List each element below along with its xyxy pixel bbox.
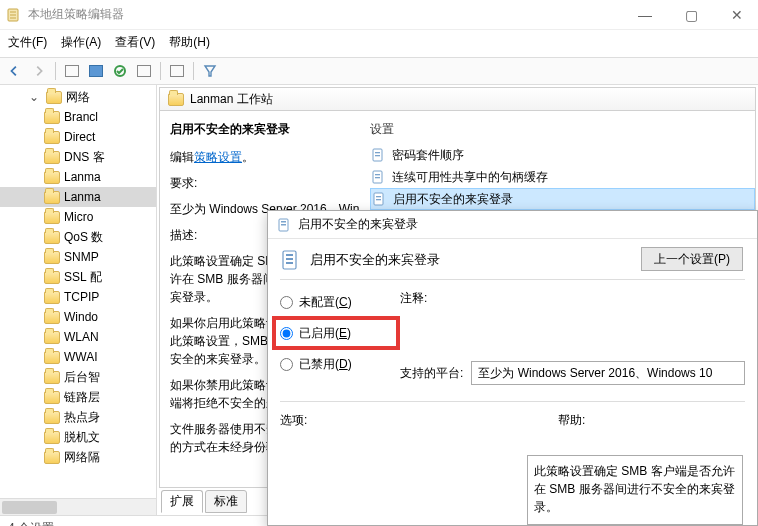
svg-rect-7 xyxy=(375,155,380,156)
help-label: 帮助: xyxy=(558,412,585,429)
svg-rect-18 xyxy=(281,221,286,223)
svg-rect-19 xyxy=(281,224,286,226)
folder-icon xyxy=(44,451,60,464)
folder-icon xyxy=(168,93,184,106)
platform-label: 支持的平台: xyxy=(400,365,463,382)
folder-icon xyxy=(44,371,60,384)
tab-standard[interactable]: 标准 xyxy=(205,490,247,513)
menubar: 文件(F) 操作(A) 查看(V) 帮助(H) xyxy=(0,30,758,57)
folder-icon xyxy=(44,411,60,424)
help-text-box: 此策略设置确定 SMB 客户端是否允许在 SMB 服务器间进行不安全的来宾登录。 xyxy=(527,455,743,525)
dialog-title-icon xyxy=(276,217,292,233)
tb-btn-5[interactable] xyxy=(166,60,188,82)
tree-item[interactable]: 链路层 xyxy=(0,387,156,407)
tree-item[interactable]: WWAI xyxy=(0,347,156,367)
folder-icon xyxy=(44,351,60,364)
svg-rect-13 xyxy=(376,199,381,200)
toolbar-divider-3 xyxy=(193,62,194,80)
detail-header-title: Lanman 工作站 xyxy=(190,91,273,108)
tree-item[interactable]: DNS 客 xyxy=(0,147,156,167)
requirement-label: 要求: xyxy=(170,174,360,192)
back-button[interactable] xyxy=(4,60,26,82)
dialog-divider-2 xyxy=(280,401,745,402)
policy-dialog: 启用不安全的来宾登录 启用不安全的来宾登录 上一个设置(P) 未配置(C) 已启… xyxy=(267,210,758,526)
filter-button[interactable] xyxy=(199,60,221,82)
svg-rect-22 xyxy=(286,258,293,260)
tab-extended[interactable]: 扩展 xyxy=(161,490,203,513)
tb-btn-2[interactable] xyxy=(85,60,107,82)
edit-policy-link[interactable]: 策略设置 xyxy=(194,150,242,164)
tree-horiz-scrollbar[interactable] xyxy=(0,498,156,515)
tree-item[interactable]: QoS 数 xyxy=(0,227,156,247)
settings-item[interactable]: 启用不安全的来宾登录 xyxy=(370,188,755,210)
tree-item[interactable]: SNMP xyxy=(0,247,156,267)
policy-file-icon xyxy=(371,191,387,207)
folder-icon xyxy=(44,111,60,124)
folder-icon xyxy=(44,431,60,444)
policy-file-icon xyxy=(370,147,386,163)
minimize-button[interactable]: — xyxy=(630,7,660,23)
tree-item[interactable]: Direct xyxy=(0,127,156,147)
policy-title: 启用不安全的来宾登录 xyxy=(170,121,360,138)
window-title: 本地组策略编辑器 xyxy=(28,6,630,23)
tree-item[interactable]: Lanma xyxy=(0,187,156,207)
tree-item[interactable]: 脱机文 xyxy=(0,427,156,447)
menu-action[interactable]: 操作(A) xyxy=(61,34,101,51)
tb-btn-4[interactable] xyxy=(133,60,155,82)
chevron-down-icon[interactable]: ⌄ xyxy=(28,90,40,104)
tb-btn-3[interactable] xyxy=(109,60,131,82)
comment-label: 注释: xyxy=(400,290,745,307)
dialog-heading-icon xyxy=(280,249,302,271)
tree-item[interactable]: SSL 配 xyxy=(0,267,156,287)
app-icon xyxy=(6,7,22,23)
tree-item[interactable]: Windo xyxy=(0,307,156,327)
folder-icon xyxy=(44,131,60,144)
folder-icon xyxy=(44,191,60,204)
tree-item[interactable]: 热点身 xyxy=(0,407,156,427)
menu-help[interactable]: 帮助(H) xyxy=(169,34,210,51)
options-label: 选项: xyxy=(280,412,307,429)
detail-header: Lanman 工作站 xyxy=(159,87,756,111)
folder-icon xyxy=(44,211,60,224)
folder-icon xyxy=(44,251,60,264)
folder-icon xyxy=(44,331,60,344)
settings-item[interactable]: 连续可用性共享中的句柄缓存 xyxy=(370,166,755,188)
tree-item[interactable]: Brancl xyxy=(0,107,156,127)
main-titlebar: 本地组策略编辑器 — ▢ ✕ xyxy=(0,0,758,30)
tree-item[interactable]: WLAN xyxy=(0,327,156,347)
platform-value-box: 至少为 Windows Server 2016、Windows 10 xyxy=(471,361,745,385)
settings-item[interactable]: 密码套件顺序 xyxy=(370,144,755,166)
close-button[interactable]: ✕ xyxy=(722,7,752,23)
tree-item[interactable]: 后台智 xyxy=(0,367,156,387)
radio-disabled[interactable]: 已禁用(D) xyxy=(280,356,400,373)
tree-node-network[interactable]: ⌄网络 xyxy=(0,87,156,107)
radio-not-configured[interactable]: 未配置(C) xyxy=(280,294,400,311)
svg-rect-10 xyxy=(375,177,380,178)
folder-icon xyxy=(44,291,60,304)
radio-enabled[interactable]: 已启用(E) xyxy=(280,325,400,342)
tree-item[interactable]: Micro xyxy=(0,207,156,227)
forward-button[interactable] xyxy=(28,60,50,82)
dialog-titlebar: 启用不安全的来宾登录 xyxy=(268,211,757,239)
toolbar-divider-2 xyxy=(160,62,161,80)
dialog-title: 启用不安全的来宾登录 xyxy=(298,216,418,233)
tree-item[interactable]: 网络隔 xyxy=(0,447,156,467)
menu-view[interactable]: 查看(V) xyxy=(115,34,155,51)
folder-icon xyxy=(44,231,60,244)
tree-item[interactable]: TCPIP xyxy=(0,287,156,307)
toolbar-divider xyxy=(55,62,56,80)
dialog-heading: 启用不安全的来宾登录 xyxy=(310,251,440,269)
prev-setting-button[interactable]: 上一个设置(P) xyxy=(641,247,743,271)
svg-rect-23 xyxy=(286,262,293,264)
svg-rect-21 xyxy=(286,254,293,256)
menu-file[interactable]: 文件(F) xyxy=(8,34,47,51)
toolbar xyxy=(0,57,758,85)
dialog-divider xyxy=(280,279,745,280)
folder-icon xyxy=(44,271,60,284)
folder-icon xyxy=(44,151,60,164)
tb-btn-1[interactable] xyxy=(61,60,83,82)
maximize-button[interactable]: ▢ xyxy=(676,7,706,23)
radio-group: 未配置(C) 已启用(E) 已禁用(D) xyxy=(280,290,400,385)
folder-icon xyxy=(44,311,60,324)
tree-item[interactable]: Lanma xyxy=(0,167,156,187)
